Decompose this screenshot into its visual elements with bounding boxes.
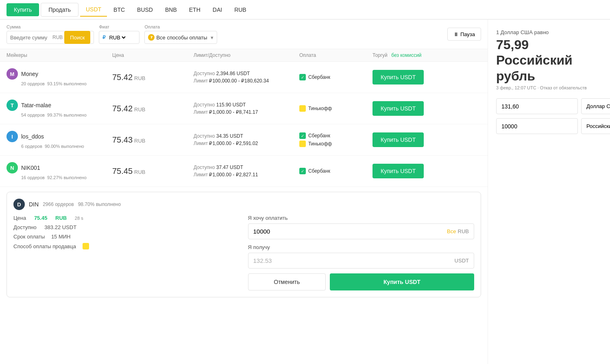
col-makers: Мейкеры <box>7 52 112 58</box>
limit-label: Лимит <box>194 78 208 84</box>
maker-name[interactable]: NIK001 <box>21 165 40 171</box>
maker-name[interactable]: Tatar-malae <box>21 102 51 108</box>
rate-value: 75,99 Российский рубль <box>496 37 602 84</box>
converter-input-2[interactable] <box>496 118 578 134</box>
tab-usdt[interactable]: USDT <box>80 3 107 17</box>
sum-currency: RUB <box>52 35 63 40</box>
price-cell: 75.45RUB <box>112 167 194 176</box>
limit-label: Лимит <box>194 109 208 115</box>
buy-usdt-button[interactable]: Купить USDT <box>373 70 424 84</box>
col-payment: Оплата <box>299 52 373 58</box>
limit-range: ₽100,000.00 - ₽180,620.34 <box>209 78 269 84</box>
tab-bnb[interactable]: BNB <box>159 3 183 16</box>
price-cell: 75.42RUB <box>112 73 194 82</box>
sell-button[interactable]: Продать <box>41 3 78 17</box>
tab-eth[interactable]: ETH <box>183 3 206 16</box>
expanded-left: Цена 75.45 RUB 28 s Доступно 383.22 USDT… <box>13 215 240 290</box>
pay-label: Я хочу оплатить <box>248 215 475 221</box>
expanded-body: Цена 75.45 RUB 28 s Доступно 383.22 USDT… <box>13 215 474 290</box>
maker-stats: 20 ордеров 93.15% выполнено <box>7 81 112 86</box>
table-row: M Money 20 ордеров 93.15% выполнено 75.4… <box>0 62 488 93</box>
receive-input-container: USDT <box>248 253 475 269</box>
maker-stats: 16 ордеров 92.27% выполнено <box>7 175 112 180</box>
pay-currency: RUB <box>458 228 469 234</box>
sum-input-container: RUB Поиск <box>7 31 94 44</box>
converter-input-1[interactable] <box>496 98 578 114</box>
sum-input[interactable] <box>10 35 51 41</box>
payment-method-label: Способ оплаты продавца <box>13 243 76 249</box>
payment-time-label: Срок оплаты <box>13 234 45 240</box>
fiat-select-container[interactable]: ₽ RUB USD EUR <box>99 31 139 44</box>
maker-name[interactable]: Money <box>21 71 38 77</box>
payment-time-value: 15 МИН <box>51 234 71 240</box>
receive-input[interactable] <box>253 257 455 264</box>
buy-action: Купить USDT <box>373 132 481 147</box>
available-value: 2,394.86 USDT <box>216 71 250 76</box>
form-actions: Отменить Купить USDT <box>248 273 475 290</box>
buy-action: Купить USDT <box>373 70 481 84</box>
pause-icon: ⏸ <box>453 31 459 37</box>
buy-usdt-button[interactable]: Купить USDT <box>373 132 424 147</box>
payment-methods: ✓ Сбербанк <box>299 168 373 174</box>
payment-select-container[interactable]: ₮ Все способы оплаты ▾ <box>144 31 217 44</box>
maker-stats: 54 ордеров 99.37% выполнено <box>7 113 112 117</box>
pay-input[interactable] <box>253 228 447 235</box>
limit-info: Доступно 37.47 USDT Лимит ₽1,000.00 - ₽2… <box>194 165 299 178</box>
converter-select-1[interactable]: Доллар США Евро <box>581 98 610 114</box>
tinkoff-icon <box>299 141 306 147</box>
payment-methods: ✓ Сбербанк <box>299 74 373 80</box>
col-trade: Торгуй без комиссий <box>373 52 481 58</box>
available-value: 115.90 USDT <box>216 102 246 108</box>
pause-button[interactable]: ⏸ Пауза <box>447 28 481 41</box>
buy-action: Купить USDT <box>373 164 481 178</box>
avatar: T <box>7 100 18 111</box>
payment-label: Оплата <box>144 24 217 29</box>
avatar: D <box>13 199 25 210</box>
converter-row-1: Доллар США Евро <box>496 98 602 114</box>
payment-name: Тинькофф <box>308 141 332 147</box>
maker-name-row: T Tatar-malae <box>7 100 112 111</box>
payment-badge-tinkoff: Тинькофф <box>299 141 373 147</box>
available-label: Доступно <box>194 102 215 108</box>
tinkoff-icon <box>299 105 306 112</box>
tab-dai[interactable]: DAI <box>207 3 228 16</box>
cancel-button[interactable]: Отменить <box>248 273 326 290</box>
available-row: Доступно 383.22 USDT <box>13 224 240 230</box>
buy-usdt-button[interactable]: Купить USDT <box>373 101 424 116</box>
payment-icon: ₮ <box>148 34 155 41</box>
tab-btc[interactable]: BTC <box>108 3 131 16</box>
sber-icon: ✓ <box>299 168 306 174</box>
limit-info: Доступно 2,394.86 USDT Лимит ₽100,000.00… <box>194 71 299 84</box>
buy-usdt-button[interactable]: Купить USDT <box>373 164 424 178</box>
fiat-dropdown[interactable]: RUB USD EUR <box>107 34 127 41</box>
search-button[interactable]: Поиск <box>64 31 90 44</box>
maker-name[interactable]: DIN <box>29 201 39 208</box>
payment-badge: Тинькофф <box>299 105 373 112</box>
rate-label: 1 Доллар США равно <box>496 29 602 35</box>
limit-label: Лимит <box>194 141 208 146</box>
payment-filter-group: Оплата ₮ Все способы оплаты ▾ <box>144 24 217 44</box>
confirm-buy-button[interactable]: Купить USDT <box>330 273 474 290</box>
payment-value: Все способы оплаты <box>156 35 207 41</box>
buy-action: Купить USDT <box>373 101 481 116</box>
price-label: Цена <box>13 215 26 221</box>
table-row: T Tatar-malae 54 ордеров 99.37% выполнен… <box>0 93 488 124</box>
sber-icon: ✓ <box>299 132 306 139</box>
table-row: I los_ddos 6 ордеров 90.00% выполнено 75… <box>0 124 488 156</box>
price-row: Цена 75.45 RUB 28 s <box>13 215 240 221</box>
payment-name: Сбербанк <box>308 168 330 174</box>
left-panel: Сумма RUB Поиск Фиат ₽ RUB USD EUR <box>0 20 488 364</box>
available-label: Доступно <box>13 224 37 230</box>
maker-name[interactable]: los_ddos <box>21 133 44 140</box>
pay-all-button[interactable]: Все <box>447 228 456 234</box>
tab-rub[interactable]: RUB <box>229 3 252 16</box>
available-label: Доступно <box>194 71 215 76</box>
available-value: 383.22 USDT <box>44 224 76 230</box>
receive-currency: USDT <box>455 258 469 264</box>
tinkoff-icon <box>83 243 89 249</box>
tab-busd[interactable]: BUSD <box>131 3 159 16</box>
converter-select-2[interactable]: Российский рубль USD <box>581 118 610 134</box>
no-commission-badge: без комиссий <box>391 52 421 58</box>
limit-range: ₽1,000.00 - ₽2,591.02 <box>209 141 258 146</box>
buy-button[interactable]: Купить <box>7 3 39 16</box>
